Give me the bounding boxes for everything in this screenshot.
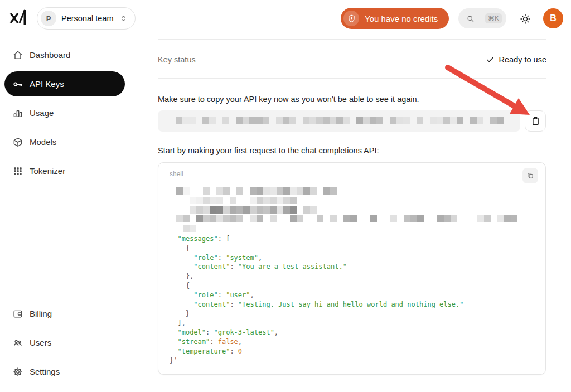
sidebar-item-api-keys[interactable]: API Keys — [4, 71, 125, 96]
sidebar-item-settings[interactable]: Settings — [4, 359, 125, 384]
sidebar-label: API Keys — [30, 79, 64, 89]
sidebar-main-nav: Dashboard API Keys Usage Models — [4, 42, 125, 187]
wallet-icon — [12, 308, 23, 320]
home-icon — [12, 50, 23, 61]
xai-logo — [9, 7, 28, 28]
key-status-row: Key status Ready to use — [158, 51, 546, 68]
api-key-field[interactable] — [158, 110, 520, 132]
sidebar-item-tokenizer[interactable]: Tokenizer — [4, 158, 125, 183]
main-content: Key status Ready to use Make sure to cop… — [158, 0, 546, 392]
copy-api-key-notice: Make sure to copy your API key now as yo… — [158, 95, 419, 104]
user-initial: B — [550, 13, 557, 23]
sidebar-label: Tokenizer — [30, 166, 65, 176]
sidebar-label: Dashboard — [30, 50, 70, 60]
team-avatar: P — [41, 11, 56, 26]
sidebar-item-users[interactable]: Users — [4, 330, 125, 355]
sidebar-label: Billing — [30, 309, 52, 318]
users-icon — [12, 337, 23, 349]
clipboard-icon — [530, 116, 541, 127]
section-divider — [158, 78, 546, 79]
gear-icon — [12, 366, 23, 378]
sidebar-item-usage[interactable]: Usage — [4, 100, 125, 125]
cube-icon — [12, 137, 23, 148]
sidebar-label: Users — [30, 338, 51, 347]
check-icon — [486, 55, 495, 64]
copy-code-button[interactable] — [522, 168, 538, 183]
sidebar-item-billing[interactable]: Billing — [4, 301, 125, 326]
bar-chart-icon — [12, 108, 23, 119]
chevron-updown-icon — [119, 13, 128, 24]
api-key-redacted — [169, 117, 504, 125]
code-content: "messages": [ { "role": "system", "conte… — [158, 184, 545, 365]
copy-icon — [526, 171, 535, 180]
api-key-row — [158, 110, 546, 132]
team-name: Personal team — [61, 14, 114, 23]
copy-api-key-button[interactable] — [525, 110, 546, 132]
key-status-text: Ready to use — [499, 55, 546, 64]
grid-icon — [12, 166, 23, 177]
sidebar-footer-nav: Billing Users Settings — [4, 301, 125, 388]
team-switcher[interactable]: P Personal team — [37, 7, 136, 30]
first-request-intro: Start by making your first request to th… — [158, 146, 379, 155]
code-block: shell "messages": [ { "role": "system", … — [158, 162, 546, 375]
sidebar-item-dashboard[interactable]: Dashboard — [4, 42, 125, 67]
sidebar-label: Models — [30, 137, 56, 147]
code-language-label: shell — [170, 170, 183, 178]
header-divider — [158, 39, 546, 40]
code-block-header: shell — [158, 163, 545, 184]
sidebar-label: Settings — [30, 367, 60, 376]
sidebar-label: Usage — [30, 108, 54, 118]
key-status-value: Ready to use — [486, 55, 546, 64]
key-status-label: Key status — [158, 55, 196, 64]
key-icon — [12, 79, 23, 90]
sidebar-item-models[interactable]: Models — [4, 129, 125, 154]
